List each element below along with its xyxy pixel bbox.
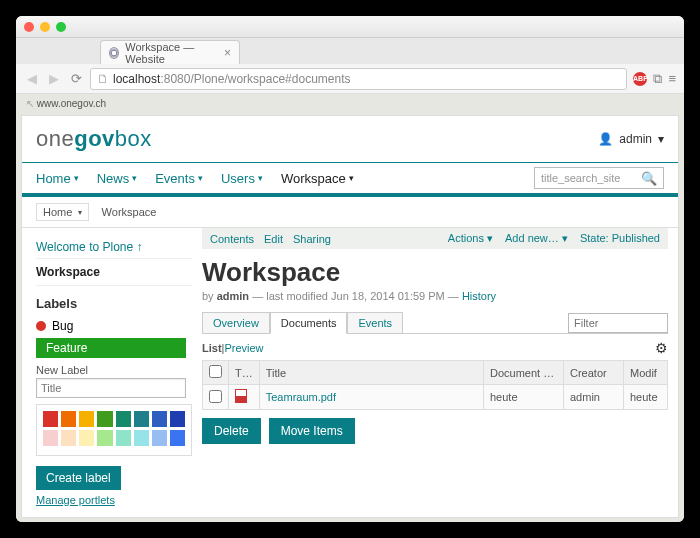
action-edit[interactable]: Edit [264, 233, 283, 245]
menu-icon[interactable]: ≡ [668, 71, 676, 86]
palette-swatch[interactable] [79, 430, 94, 446]
label-bug[interactable]: Bug [36, 317, 192, 335]
history-link[interactable]: History [462, 290, 496, 302]
content-actions-bar: Contents Edit Sharing Actions ▾ Add new…… [202, 228, 668, 249]
nav-events[interactable]: Events▾ [155, 171, 203, 186]
crumb-caret-icon: ▾ [78, 208, 82, 217]
main-nav: Home▾ News▾ Events▾ Users▾ Workspace▾ ti… [22, 162, 678, 197]
row-checkbox[interactable] [209, 390, 222, 403]
doc-title-link[interactable]: Teamraum.pdf [266, 391, 336, 403]
browser-tabbar: Workspace — Website × [16, 38, 684, 64]
doc-modified: heute [624, 385, 668, 410]
window-close-dot[interactable] [24, 22, 34, 32]
subtab-overview[interactable]: Overview [202, 312, 270, 334]
subtab-events[interactable]: Events [347, 312, 403, 334]
label-feature[interactable]: Feature [36, 338, 186, 358]
search-icon[interactable]: 🔍 [641, 171, 657, 186]
new-label-caption: New Label [36, 364, 192, 376]
site-logo[interactable]: onegovbox [36, 126, 152, 152]
palette-swatch[interactable] [97, 411, 112, 427]
address-bar[interactable]: 🗋 localhost:8080/Plone/workspace#documen… [90, 68, 627, 90]
palette-swatch[interactable] [43, 430, 58, 446]
palette-swatch[interactable] [152, 430, 167, 446]
palette-swatch[interactable] [170, 411, 185, 427]
create-label-button[interactable]: Create label [36, 466, 121, 490]
col-type[interactable]: T… [229, 361, 260, 385]
palette-swatch[interactable] [134, 411, 149, 427]
browser-toolbar: ◀ ▶ ⟳ 🗋 localhost:8080/Plone/workspace#d… [16, 64, 684, 94]
nav-users[interactable]: Users▾ [221, 171, 263, 186]
crumb-home[interactable]: Home ▾ [36, 203, 89, 221]
sidebar-welcome-link[interactable]: Welcome to Plone ↑ [36, 236, 192, 258]
avatar-icon: 👤 [598, 132, 613, 146]
action-contents[interactable]: Contents [210, 233, 254, 245]
byline: by admin — last modified Jun 18, 2014 01… [202, 290, 668, 302]
browser-tab[interactable]: Workspace — Website × [100, 40, 240, 64]
action-sharing[interactable]: Sharing [293, 233, 331, 245]
site-search[interactable]: title_search_site 🔍 [534, 167, 664, 189]
user-caret-icon: ▾ [658, 132, 664, 146]
documents-table: T… Title Document … Creator Modif Teamra… [202, 360, 668, 410]
nav-back-icon[interactable]: ◀ [24, 71, 40, 86]
labels-heading: Labels [36, 296, 192, 311]
subtab-documents[interactable]: Documents [270, 312, 348, 334]
filter-input[interactable] [568, 313, 668, 333]
gear-icon[interactable]: ⚙ [655, 340, 668, 356]
move-items-button[interactable]: Move Items [269, 418, 355, 444]
actions-menu[interactable]: Actions ▾ [448, 232, 493, 245]
nav-news[interactable]: News▾ [97, 171, 138, 186]
doc-date: heute [484, 385, 564, 410]
user-menu[interactable]: 👤 admin ▾ [598, 132, 664, 146]
palette-swatch[interactable] [79, 411, 94, 427]
window-min-dot[interactable] [40, 22, 50, 32]
col-modified[interactable]: Modif [624, 361, 668, 385]
bug-color-dot [36, 321, 46, 331]
url-host: localhost [113, 72, 160, 86]
palette-swatch[interactable] [97, 430, 112, 446]
search-placeholder: title_search_site [541, 172, 621, 184]
breadcrumbs: Home ▾ Workspace [22, 197, 678, 228]
delete-button[interactable]: Delete [202, 418, 261, 444]
tab-title: Workspace — Website [125, 41, 218, 65]
nav-reload-icon[interactable]: ⟳ [68, 71, 84, 86]
color-palette [36, 404, 192, 456]
tab-close-icon[interactable]: × [224, 46, 231, 60]
nav-forward-icon[interactable]: ▶ [46, 71, 62, 86]
nav-home[interactable]: Home▾ [36, 171, 79, 186]
palette-swatch[interactable] [116, 430, 131, 446]
page-icon: 🗋 [97, 72, 109, 86]
pdf-icon [235, 389, 247, 403]
col-creator[interactable]: Creator [564, 361, 624, 385]
cast-icon[interactable]: ⧉ [653, 71, 662, 87]
new-label-title-input[interactable] [36, 378, 186, 398]
palette-swatch[interactable] [152, 411, 167, 427]
palette-swatch[interactable] [134, 430, 149, 446]
abp-icon[interactable]: ABP [633, 72, 647, 86]
select-all-checkbox[interactable] [209, 365, 222, 378]
palette-swatch[interactable] [43, 411, 58, 427]
manage-portlets-link[interactable]: Manage portlets [36, 494, 115, 506]
mac-titlebar [16, 16, 684, 38]
palette-swatch[interactable] [61, 430, 76, 446]
window-max-dot[interactable] [56, 22, 66, 32]
view-list[interactable]: List [202, 342, 222, 354]
sidebar-current: Workspace [36, 258, 192, 286]
palette-swatch[interactable] [116, 411, 131, 427]
doc-creator: admin [564, 385, 624, 410]
url-path: :8080/Plone/workspace#documents [160, 72, 350, 86]
col-docdate[interactable]: Document … [484, 361, 564, 385]
user-name: admin [619, 132, 652, 146]
table-row[interactable]: Teamraum.pdf heute admin heute [203, 385, 668, 410]
parent-site-link[interactable]: www.onegov.ch [16, 94, 684, 113]
palette-swatch[interactable] [170, 430, 185, 446]
sidebar: Welcome to Plone ↑ Workspace Labels Bug … [22, 228, 202, 517]
nav-workspace[interactable]: Workspace▾ [281, 171, 354, 186]
state-menu[interactable]: State: Published [580, 232, 660, 245]
addnew-menu[interactable]: Add new… ▾ [505, 232, 568, 245]
favicon-icon [109, 47, 119, 59]
col-title[interactable]: Title [259, 361, 483, 385]
palette-swatch[interactable] [61, 411, 76, 427]
view-preview[interactable]: Preview [224, 342, 263, 354]
content-subtabs: Overview Documents Events [202, 312, 668, 334]
crumb-current: Workspace [102, 206, 157, 218]
